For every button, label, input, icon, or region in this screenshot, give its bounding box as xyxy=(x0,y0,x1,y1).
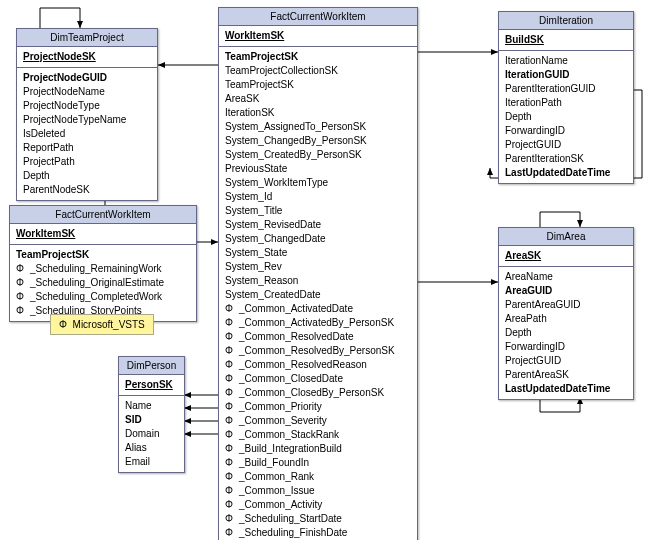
primary-key: ProjectNodeSK xyxy=(23,50,151,64)
field-row: Φ_Scheduling_RemainingWork xyxy=(16,262,190,276)
field-row: ProjectNodeGUID xyxy=(23,71,151,85)
field-name: ProjectNodeName xyxy=(23,85,105,99)
field-row: Name xyxy=(125,399,178,413)
table-title: FactCurrentWorkItem xyxy=(219,8,417,26)
field-name: _Scheduling_OriginalEstimate xyxy=(30,276,164,290)
table-dim-iteration[interactable]: DimIteration BuildSK IterationNameIterat… xyxy=(498,11,634,184)
field-name: _Common_ClosedBy_PersonSK xyxy=(239,386,384,400)
field-row: ParentAreaSK xyxy=(505,368,627,382)
phi-icon: Φ xyxy=(225,386,239,400)
field-name: IterationName xyxy=(505,54,568,68)
phi-icon: Φ xyxy=(225,372,239,386)
field-name: _Scheduling_StartDate xyxy=(239,512,342,526)
phi-icon: Φ xyxy=(16,262,30,276)
field-row: Email xyxy=(125,455,178,469)
primary-key: PersonSK xyxy=(125,378,178,392)
field-row: ParentIterationGUID xyxy=(505,82,627,96)
phi-icon: Φ xyxy=(225,498,239,512)
table-dim-person[interactable]: DimPerson PersonSK NameSIDDomainAliasEma… xyxy=(118,356,185,473)
field-row: LastUpdatedDateTime xyxy=(505,382,627,396)
field-list: TeamProjectSKΦ_Scheduling_RemainingWorkΦ… xyxy=(10,245,196,321)
field-name: ProjectGUID xyxy=(505,138,561,152)
field-row: ReportPath xyxy=(23,141,151,155)
field-row: Φ_Common_StackRank xyxy=(225,428,411,442)
field-name: LastUpdatedDateTime xyxy=(505,166,610,180)
phi-icon: Φ xyxy=(225,470,239,484)
field-name: System_RevisedDate xyxy=(225,218,321,232)
field-row: IterationPath xyxy=(505,96,627,110)
phi-icon: Φ xyxy=(225,414,239,428)
phi-icon: Φ xyxy=(225,442,239,456)
field-name: TeamProjectSK xyxy=(225,50,298,64)
field-name: ProjectNodeType xyxy=(23,99,100,113)
field-row: System_State xyxy=(225,246,411,260)
field-row: System_AssignedTo_PersonSK xyxy=(225,120,411,134)
field-name: _Common_Severity xyxy=(239,414,327,428)
field-row: Φ_Common_ClosedBy_PersonSK xyxy=(225,386,411,400)
table-fact-current-work-item[interactable]: FactCurrentWorkItem WorkItemSK TeamProje… xyxy=(218,7,418,540)
table-title: FactCurrentWorkItem xyxy=(10,206,196,224)
phi-icon: Φ xyxy=(225,512,239,526)
field-name: System_Title xyxy=(225,204,282,218)
field-row: Φ_Common_ResolvedBy_PersonSK xyxy=(225,344,411,358)
field-name: AreaName xyxy=(505,270,553,284)
table-dim-team-project[interactable]: DimTeamProject ProjectNodeSK ProjectNode… xyxy=(16,28,158,201)
field-name: Domain xyxy=(125,427,159,441)
field-row: Depth xyxy=(23,169,151,183)
field-name: _Common_ActivatedDate xyxy=(239,302,353,316)
phi-icon: Φ xyxy=(225,316,239,330)
field-row: ProjectNodeType xyxy=(23,99,151,113)
field-row: Φ_Common_Severity xyxy=(225,414,411,428)
phi-icon: Φ xyxy=(225,456,239,470)
field-row: Alias xyxy=(125,441,178,455)
field-row: Φ_Common_ActivatedDate xyxy=(225,302,411,316)
field-name: ProjectPath xyxy=(23,155,75,169)
field-name: ParentAreaGUID xyxy=(505,298,581,312)
phi-icon: Φ xyxy=(225,484,239,498)
field-name: IterationGUID xyxy=(505,68,569,82)
phi-icon: Φ xyxy=(225,330,239,344)
field-row: Φ_Scheduling_FinishDate xyxy=(225,526,411,540)
field-row: AreaName xyxy=(505,270,627,284)
field-name: ForwardingID xyxy=(505,124,565,138)
phi-icon: Φ xyxy=(225,428,239,442)
primary-key: AreaSK xyxy=(505,249,627,263)
phi-icon: Φ xyxy=(225,302,239,316)
field-row: ForwardingID xyxy=(505,124,627,138)
field-name: System_AssignedTo_PersonSK xyxy=(225,120,366,134)
field-row: Domain xyxy=(125,427,178,441)
field-name: Depth xyxy=(23,169,50,183)
field-row: Φ_Scheduling_StartDate xyxy=(225,512,411,526)
field-name: ProjectNodeTypeName xyxy=(23,113,126,127)
field-row: System_Id xyxy=(225,190,411,204)
field-row: Φ_Common_ResolvedReason xyxy=(225,358,411,372)
field-name: PreviousState xyxy=(225,162,287,176)
field-name: Depth xyxy=(505,110,532,124)
primary-key: BuildSK xyxy=(505,33,627,47)
field-name: System_Id xyxy=(225,190,272,204)
field-row: IterationGUID xyxy=(505,68,627,82)
field-name: _Common_ResolvedBy_PersonSK xyxy=(239,344,395,358)
field-name: _Common_ResolvedReason xyxy=(239,358,367,372)
table-title: DimTeamProject xyxy=(17,29,157,47)
field-row: System_ChangedDate xyxy=(225,232,411,246)
phi-icon: Φ xyxy=(16,290,30,304)
field-name: AreaGUID xyxy=(505,284,552,298)
field-row: Φ_Common_ResolvedDate xyxy=(225,330,411,344)
field-name: System_ChangedBy_PersonSK xyxy=(225,134,367,148)
field-row: System_CreatedDate xyxy=(225,288,411,302)
field-name: _Scheduling_CompletedWork xyxy=(30,290,162,304)
field-name: ProjectGUID xyxy=(505,354,561,368)
field-name: TeamProjectCollectionSK xyxy=(225,64,338,78)
field-row: ProjectGUID xyxy=(505,138,627,152)
field-row: Φ_Common_Rank xyxy=(225,470,411,484)
table-fact-current-work-item-summary[interactable]: FactCurrentWorkItem WorkItemSK TeamProje… xyxy=(9,205,197,322)
field-row: Φ_Common_Activity xyxy=(225,498,411,512)
table-dim-area[interactable]: DimArea AreaSK AreaNameAreaGUIDParentAre… xyxy=(498,227,634,400)
field-row: SID xyxy=(125,413,178,427)
field-row: AreaSK xyxy=(225,92,411,106)
field-name: System_Rev xyxy=(225,260,282,274)
field-row: System_ChangedBy_PersonSK xyxy=(225,134,411,148)
field-name: ParentNodeSK xyxy=(23,183,90,197)
field-name: SID xyxy=(125,413,142,427)
